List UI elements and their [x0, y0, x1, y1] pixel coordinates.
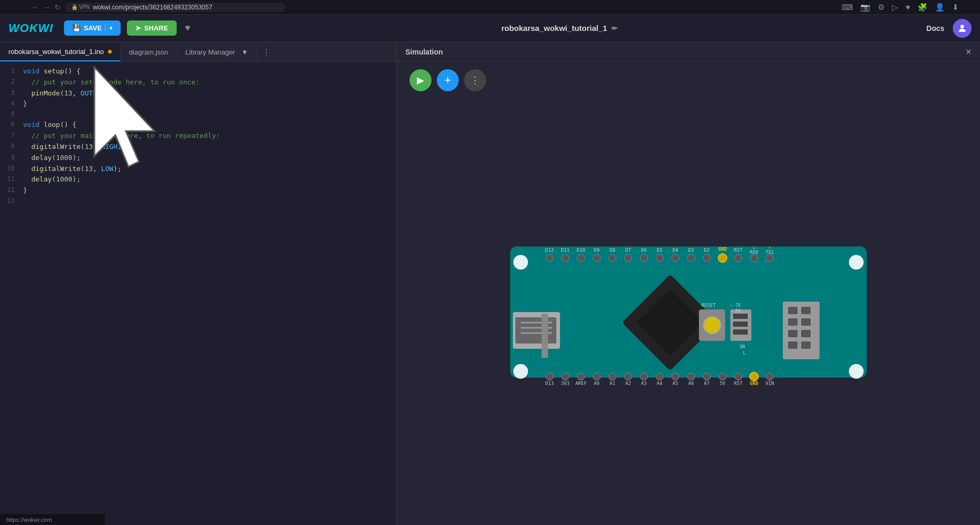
svg-text:RX0: RX0	[750, 250, 758, 255]
svg-point-12	[624, 254, 632, 262]
svg-rect-63	[801, 318, 811, 326]
code-line-13: 13	[0, 196, 396, 206]
svg-rect-66	[788, 341, 798, 349]
svg-point-74	[640, 373, 648, 380]
svg-text:D2: D2	[704, 248, 710, 253]
svg-text:L: L	[743, 351, 746, 356]
svg-point-10	[593, 254, 600, 262]
edit-title-icon[interactable]: ✏	[611, 24, 618, 33]
code-line-1: 1 void setup() {	[0, 66, 396, 77]
svg-point-49	[704, 317, 720, 334]
svg-point-21	[766, 254, 773, 262]
svg-point-70	[577, 373, 585, 380]
svg-text:AREF: AREF	[575, 381, 587, 386]
tab-library[interactable]: Library Manager ▼	[177, 43, 257, 61]
project-title-container: robokarsa_wokwi_tutorial_1 ✏	[199, 24, 920, 33]
code-line-7: 7 // put your main code here, to run rep…	[0, 131, 396, 142]
code-editor[interactable]: 1 void setup() { 2 // put your setup cod…	[0, 62, 396, 525]
svg-point-8	[562, 254, 569, 262]
add-component-button[interactable]: +	[437, 69, 459, 91]
svg-text:VIN: VIN	[766, 381, 774, 386]
save-button[interactable]: 💾 SAVE ▾	[64, 20, 121, 36]
forward-button[interactable]: →	[43, 3, 50, 12]
svg-point-68	[546, 373, 553, 380]
more-icon: ⋮	[470, 74, 480, 86]
svg-text:RESET: RESET	[702, 303, 716, 308]
svg-point-19	[735, 254, 742, 262]
play-button[interactable]: ▶	[410, 69, 432, 91]
svg-text:3V3: 3V3	[561, 381, 569, 386]
tab-more-icon[interactable]: ▼	[241, 48, 248, 56]
project-title-text: robokarsa_wokwi_tutorial_1	[501, 24, 607, 33]
lock-icon: 🔒 VPN	[71, 4, 90, 10]
tab-ino[interactable]: robokarsa_wokwi_tutorial_1.ino	[0, 43, 121, 61]
url-bar[interactable]: 🔒 VPN wokwi.com/projects/362168249323053…	[65, 3, 285, 12]
tab-diagram[interactable]: diagram.json	[121, 43, 177, 61]
docs-link[interactable]: Docs	[927, 24, 944, 33]
favorite-button[interactable]: ♥	[183, 20, 193, 36]
svg-point-20	[750, 254, 758, 262]
heart-icon[interactable]: ♥	[906, 3, 910, 12]
svg-text:← TX: ← TX	[730, 303, 740, 308]
svg-text:D5: D5	[657, 248, 663, 253]
camera-icon[interactable]: 📷	[860, 3, 870, 12]
svg-rect-51	[733, 314, 748, 319]
svg-text:A1: A1	[610, 381, 616, 386]
svg-text:RST: RST	[734, 248, 743, 253]
simulation-more-button[interactable]: ⋮	[464, 69, 486, 91]
tabs-overflow-button[interactable]: ⋮	[257, 43, 276, 61]
settings-icon[interactable]: ⚙	[878, 3, 885, 12]
svg-point-79	[719, 373, 726, 380]
tab-ino-label: robokarsa_wokwi_tutorial_1.ino	[8, 48, 104, 56]
svg-text:5V: 5V	[720, 381, 726, 386]
sim-close-icon[interactable]: ✕	[965, 48, 972, 56]
svg-rect-40	[515, 317, 556, 344]
puzzle-icon[interactable]: 🧩	[918, 3, 928, 12]
share-icon: ➤	[135, 24, 141, 32]
svg-text:D8: D8	[610, 248, 616, 253]
svg-text:GND: GND	[750, 381, 759, 386]
download-icon[interactable]: ⬇	[952, 3, 959, 12]
wokwi-logo: WOKWI	[8, 22, 53, 35]
reload-button[interactable]: ↻	[55, 3, 61, 12]
code-line-6: 6 void loop() {	[0, 120, 396, 131]
svg-point-7	[546, 254, 553, 262]
user-icon[interactable]: 👤	[935, 3, 945, 12]
svg-point-76	[672, 373, 679, 380]
play-icon[interactable]: ▷	[892, 3, 898, 12]
svg-point-9	[577, 254, 585, 262]
svg-text:D13: D13	[545, 381, 554, 386]
svg-point-15	[672, 254, 679, 262]
svg-text:A4: A4	[657, 381, 663, 386]
svg-rect-62	[788, 318, 798, 326]
back-button[interactable]: ←	[31, 3, 39, 12]
svg-text:D11: D11	[561, 248, 569, 253]
code-line-10: 10 digitalWrite(13, LOW);	[0, 164, 396, 175]
svg-text:A7: A7	[704, 381, 710, 386]
svg-point-80	[735, 373, 742, 380]
avatar[interactable]	[953, 19, 972, 38]
svg-point-69	[562, 373, 569, 380]
keyboard-icon[interactable]: ⌨	[842, 3, 853, 12]
url-text: wokwi.com/projects/362168249323053057	[93, 4, 212, 11]
svg-point-77	[687, 373, 695, 380]
svg-text:D12: D12	[545, 248, 554, 253]
svg-point-6	[849, 364, 864, 379]
svg-point-82	[766, 373, 773, 380]
main-content: robokarsa_wokwi_tutorial_1.ino diagram.j…	[0, 42, 980, 525]
share-button[interactable]: ➤ SHARE	[127, 20, 177, 36]
save-dropdown-arrow[interactable]: ▾	[105, 25, 112, 31]
svg-text:→: →	[730, 315, 733, 320]
svg-rect-52	[733, 322, 748, 327]
svg-point-0	[961, 25, 964, 28]
svg-text:← RX: ← RX	[730, 309, 740, 314]
svg-rect-67	[801, 341, 811, 349]
arduino-board-svg: D12 D11 D10 D9 D8 D7 D6 D5 D4 D3 D2 GND …	[505, 236, 872, 388]
code-line-5: 5	[0, 110, 396, 120]
editor-pane: robokarsa_wokwi_tutorial_1.ino diagram.j…	[0, 42, 397, 525]
svg-point-71	[593, 373, 600, 380]
svg-text:D3: D3	[688, 248, 694, 253]
simulation-header: Simulation ✕	[397, 42, 980, 62]
code-line-4: 4 }	[0, 99, 396, 110]
code-line-2: 2 // put your setup code here, to run on…	[0, 77, 396, 88]
